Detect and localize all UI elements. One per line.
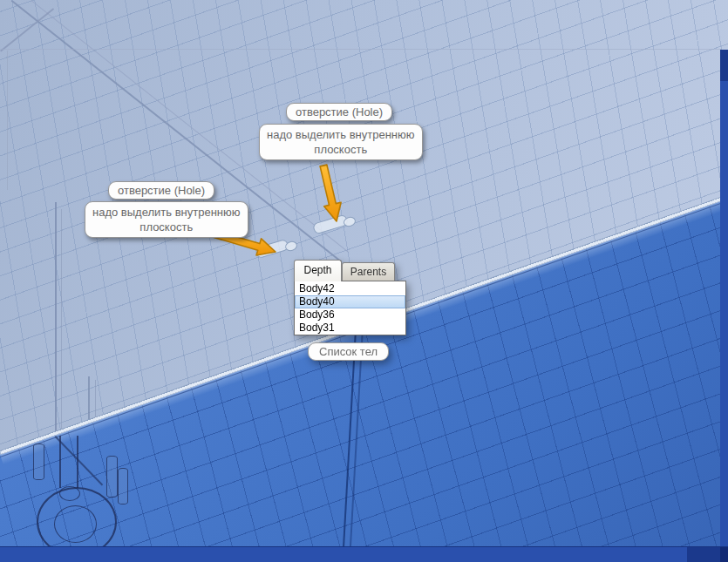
plate-side-edge: [7, 51, 8, 190]
callout-hole-top-text: надо выделить внутреннюю плоскость: [259, 124, 423, 160]
shaft-edge: [77, 436, 78, 488]
right-edge-strip: [720, 50, 728, 562]
callout-line: надо выделить внутреннюю: [267, 128, 415, 141]
callout-line: плоскость: [139, 220, 193, 234]
cad-viewport[interactable]: Depth Parents Body42 Body40 Body36 Body3…: [0, 0, 728, 562]
plate-top-edge: [0, 49, 722, 50]
callout-hole-left-text: надо выделить внутреннюю плоскость: [85, 201, 248, 238]
right-edge-strip-dark: [720, 50, 728, 81]
body-list: Body42 Body40 Body36 Body31: [294, 281, 406, 335]
shaft-edge: [59, 436, 61, 488]
pin-wireframe: [106, 456, 118, 498]
list-item-body42[interactable]: Body42: [295, 282, 405, 295]
plate-left-edge: [55, 202, 57, 437]
list-item-body36[interactable]: Body36: [295, 308, 405, 322]
list-item-body31[interactable]: Body31: [295, 322, 405, 335]
pin-wireframe: [33, 444, 44, 480]
shaft-top-ellipse: [59, 486, 80, 501]
boss-circle-inner: [54, 505, 97, 543]
callout-line: надо выделить внутреннюю: [92, 206, 241, 219]
body-list-caption: Список тел: [308, 342, 389, 361]
tab-depth[interactable]: Depth: [294, 260, 342, 281]
pin-wireframe: [118, 468, 128, 504]
callout-hole-left-title: отверстие (Hole): [108, 181, 214, 200]
bottom-edge-strip: [0, 546, 728, 562]
corner-block: [720, 547, 728, 562]
plate-left-edge: [61, 209, 62, 437]
callout-hole-top-title: отверстие (Hole): [286, 103, 392, 121]
list-item-body40[interactable]: Body40: [295, 295, 405, 308]
callout-line: плоскость: [314, 143, 367, 156]
tab-parents[interactable]: Parents: [342, 262, 395, 281]
